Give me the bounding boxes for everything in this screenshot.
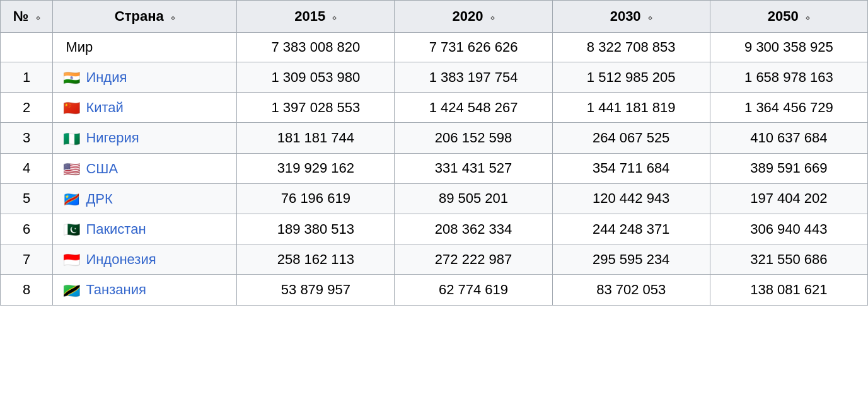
row-no: 6 — [1, 214, 53, 244]
table-row: 6🇵🇰Пакистан189 380 513208 362 334244 248… — [1, 214, 868, 244]
world-name: Мир — [53, 33, 237, 62]
row-2030: 295 595 234 — [552, 244, 710, 275]
country-name[interactable]: США — [86, 161, 118, 176]
row-2030: 264 067 525 — [552, 123, 710, 153]
row-2050: 389 591 669 — [710, 153, 867, 183]
row-no: 4 — [1, 153, 53, 183]
flag-icon: 🇨🇳 — [63, 101, 81, 114]
row-2015: 1 309 053 980 — [237, 62, 395, 93]
flag-icon: 🇵🇰 — [63, 223, 81, 236]
table-row: 8🇹🇿Танзания53 879 95762 774 61983 702 05… — [1, 275, 868, 305]
table-row: 5🇨🇩ДРК76 196 61989 505 201120 442 943197… — [1, 183, 868, 214]
sort-icon-no[interactable]: ⬦ — [35, 12, 40, 22]
row-no: 7 — [1, 244, 53, 275]
header-2015-label: 2015 — [294, 8, 325, 24]
header-2050-label: 2050 — [768, 8, 799, 24]
row-2030: 1 441 181 819 — [552, 93, 710, 123]
row-2050: 1 364 456 729 — [710, 93, 867, 123]
row-2050: 138 081 621 — [710, 275, 867, 305]
row-2020: 1 424 548 267 — [395, 93, 552, 123]
flag-icon: 🇮🇩 — [63, 253, 81, 266]
row-country[interactable]: 🇨🇩ДРК — [53, 183, 237, 214]
flag-icon: 🇨🇩 — [63, 193, 81, 205]
table-row: 2🇨🇳Китай1 397 028 5531 424 548 2671 441 … — [1, 93, 868, 123]
row-2015: 1 397 028 553 — [237, 93, 395, 123]
table-row: 3🇳🇬Нигерия181 181 744206 152 598264 067 … — [1, 123, 868, 153]
row-no: 1 — [1, 62, 53, 93]
row-country[interactable]: 🇨🇳Китай — [53, 93, 237, 123]
row-country[interactable]: 🇮🇩Индонезия — [53, 244, 237, 275]
country-name[interactable]: Танзания — [86, 282, 146, 298]
header-2015[interactable]: 2015 ⬦ — [237, 1, 395, 33]
table-row: 4🇺🇸США319 929 162331 431 527354 711 6843… — [1, 153, 868, 183]
row-2020: 89 505 201 — [395, 183, 552, 214]
row-2030: 354 711 684 — [552, 153, 710, 183]
country-name[interactable]: Китай — [86, 100, 123, 115]
header-2020[interactable]: 2020 ⬦ — [395, 1, 552, 33]
sort-icon-country[interactable]: ⬦ — [170, 12, 175, 22]
row-2050: 410 637 684 — [710, 123, 867, 153]
header-2030[interactable]: 2030 ⬦ — [552, 1, 710, 33]
row-no: 3 — [1, 123, 53, 153]
header-2020-label: 2020 — [452, 8, 483, 24]
row-no: 8 — [1, 275, 53, 305]
sort-icon-2050[interactable]: ⬦ — [805, 12, 810, 22]
row-2050: 197 404 202 — [710, 183, 867, 214]
row-2020: 206 152 598 — [395, 123, 552, 153]
row-2030: 120 442 943 — [552, 183, 710, 214]
row-no: 5 — [1, 183, 53, 214]
header-2030-label: 2030 — [610, 8, 641, 24]
table-row: 1🇮🇳Индия1 309 053 9801 383 197 7541 512 … — [1, 62, 868, 93]
country-name[interactable]: Индонезия — [86, 251, 156, 267]
flag-icon: 🇺🇸 — [63, 163, 81, 175]
row-2015: 76 196 619 — [237, 183, 395, 214]
header-country[interactable]: Страна ⬦ — [53, 1, 237, 33]
population-table: № ⬦ Страна ⬦ 2015 ⬦ 2020 ⬦ 2030 ⬦ 2050 ⬦ — [0, 0, 868, 306]
row-2030: 1 512 985 205 — [552, 62, 710, 93]
row-2050: 306 940 443 — [710, 214, 867, 244]
row-2015: 189 380 513 — [237, 214, 395, 244]
country-name[interactable]: ДРК — [86, 191, 112, 207]
row-2020: 331 431 527 — [395, 153, 552, 183]
header-no-label: № — [13, 8, 29, 24]
flag-icon: 🇮🇳 — [63, 71, 81, 84]
world-no — [1, 33, 53, 62]
row-2050: 1 658 978 163 — [710, 62, 867, 93]
sort-icon-2030[interactable]: ⬦ — [647, 12, 652, 22]
row-country[interactable]: 🇺🇸США — [53, 153, 237, 183]
sort-icon-2015[interactable]: ⬦ — [332, 12, 337, 22]
world-2030: 8 322 708 853 — [552, 33, 710, 62]
row-2015: 181 181 744 — [237, 123, 395, 153]
flag-icon: 🇹🇿 — [63, 284, 81, 297]
world-2015: 7 383 008 820 — [237, 33, 395, 62]
row-2030: 83 702 053 — [552, 275, 710, 305]
country-name[interactable]: Нигерия — [86, 130, 139, 146]
header-row: № ⬦ Страна ⬦ 2015 ⬦ 2020 ⬦ 2030 ⬦ 2050 ⬦ — [1, 1, 868, 33]
country-name[interactable]: Пакистан — [86, 221, 146, 237]
flag-icon: 🇳🇬 — [63, 132, 81, 145]
row-2015: 258 162 113 — [237, 244, 395, 275]
header-no[interactable]: № ⬦ — [1, 1, 53, 33]
row-2015: 319 929 162 — [237, 153, 395, 183]
row-2015: 53 879 957 — [237, 275, 395, 305]
row-country[interactable]: 🇳🇬Нигерия — [53, 123, 237, 153]
world-2020: 7 731 626 626 — [395, 33, 552, 62]
row-2020: 272 222 987 — [395, 244, 552, 275]
row-2020: 208 362 334 — [395, 214, 552, 244]
row-2050: 321 550 686 — [710, 244, 867, 275]
row-country[interactable]: 🇹🇿Танзания — [53, 275, 237, 305]
country-name[interactable]: Индия — [86, 69, 127, 85]
row-no: 2 — [1, 93, 53, 123]
row-2020: 62 774 619 — [395, 275, 552, 305]
world-row: Мир 7 383 008 820 7 731 626 626 8 322 70… — [1, 33, 868, 62]
world-name-label: Мир — [66, 39, 93, 55]
row-2020: 1 383 197 754 — [395, 62, 552, 93]
table-row: 7🇮🇩Индонезия258 162 113272 222 987295 59… — [1, 244, 868, 275]
header-2050[interactable]: 2050 ⬦ — [710, 1, 867, 33]
header-country-label: Страна — [115, 8, 164, 24]
sort-icon-2020[interactable]: ⬦ — [490, 12, 495, 22]
row-2030: 244 248 371 — [552, 214, 710, 244]
row-country[interactable]: 🇮🇳Индия — [53, 62, 237, 93]
world-2050: 9 300 358 925 — [710, 33, 867, 62]
row-country[interactable]: 🇵🇰Пакистан — [53, 214, 237, 244]
